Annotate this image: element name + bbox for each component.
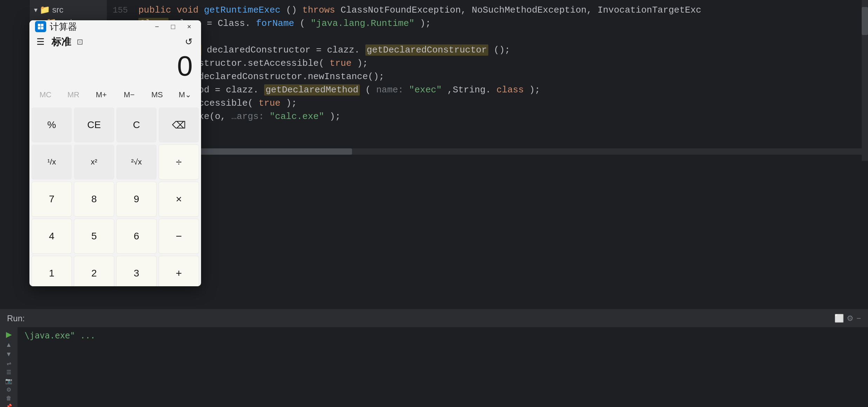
token: name:	[376, 85, 409, 95]
code-line-162: 162 method.invoke(o, …args: "calc.exe" )…	[107, 110, 868, 123]
run-scroll-down-button[interactable]: ▼	[2, 351, 15, 358]
calc-2-button[interactable]: 2	[74, 256, 114, 286]
calc-header: ☰ 标准 ⊡ ↺	[29, 33, 201, 50]
calc-1-button[interactable]: 1	[32, 256, 72, 286]
calc-sqrt-button[interactable]: ²√x	[116, 145, 157, 180]
tree-item-src[interactable]: ▾ 📁 src	[30, 3, 107, 16]
scrollbar-vertical[interactable]	[862, 0, 868, 161]
token: true	[259, 98, 280, 108]
calc-3-button[interactable]: 3	[116, 256, 157, 286]
token: );	[286, 98, 297, 108]
calc-plus-button[interactable]: +	[159, 256, 199, 286]
token: );	[529, 85, 540, 95]
line-number-155: 155	[107, 4, 135, 17]
calc-minimize-button[interactable]: −	[151, 20, 163, 33]
calc-display-value: 0	[177, 50, 193, 82]
arrow-down-icon: ▾	[34, 6, 37, 14]
code-line-159: 159 Object o = declaredConstructor.newIn…	[107, 70, 868, 83]
folder-icon: 📁	[40, 5, 50, 15]
calc-display: 0	[29, 50, 201, 86]
calc-mode-label: 标准	[51, 35, 71, 49]
calc-7-button[interactable]: 7	[32, 182, 72, 217]
run-close-icon[interactable]: −	[856, 314, 861, 323]
token: getRuntimeExec	[204, 5, 280, 15]
scrollbar-horizontal[interactable]	[107, 148, 868, 155]
token: );	[357, 58, 368, 69]
run-header: Run: ⬜ ⚙ −	[0, 310, 868, 327]
calc-8-button[interactable]: 8	[74, 182, 114, 217]
scrollbar-v-thumb[interactable]	[862, 7, 868, 35]
calc-divide-button[interactable]: ÷	[159, 145, 199, 180]
run-wrap-button[interactable]: ⇌	[2, 360, 15, 367]
run-scroll-up-button[interactable]: ▲	[2, 341, 15, 349]
calc-maximize-button[interactable]: □	[167, 20, 179, 33]
token: "java.lang.Runtime"	[311, 18, 414, 29]
token: true	[330, 58, 351, 69]
calc-history-button[interactable]: ↺	[182, 35, 195, 49]
calc-ce-button[interactable]: CE	[74, 107, 114, 142]
calc-mode-secondary-icon: ⊡	[77, 37, 83, 47]
run-trash-button[interactable]: 🗑	[2, 395, 15, 401]
token: (	[300, 18, 305, 29]
code-line-161: 161 method.setAccessible( true );	[107, 97, 868, 110]
svg-rect-3	[38, 27, 40, 29]
code-line-156: 156 Class clazz = Class. forName ( "java…	[107, 17, 868, 30]
token: …args:	[231, 111, 269, 122]
token: ClassNotFoundException, NoSuchMethodExce…	[340, 5, 701, 15]
run-sidebar: ▶ ▲ ▼ ⇌ ☰ 📷 ⚙ 🗑 📌	[0, 327, 18, 407]
line-content-155: public void getRuntimeExec () throws Cla…	[135, 3, 701, 17]
run-settings-btn[interactable]: ⚙	[2, 386, 15, 393]
token: ();	[494, 45, 510, 55]
run-filter-button[interactable]: ☰	[2, 369, 15, 376]
token: class	[496, 85, 524, 95]
run-camera-button[interactable]: 📷	[2, 378, 15, 384]
calc-mr-button[interactable]: MR	[60, 86, 88, 104]
calculator-icon-svg	[37, 23, 44, 30]
calc-percent-button[interactable]: %	[32, 107, 72, 142]
calc-reciprocal-button[interactable]: ¹/x	[32, 145, 72, 180]
hamburger-menu-button[interactable]: ☰	[35, 35, 46, 49]
token: (	[365, 85, 376, 95]
calc-close-button[interactable]: ×	[183, 20, 195, 33]
token: void	[177, 5, 204, 15]
calculator-window: 计算器 − □ × ☰ 标准 ⊡ ↺ 0 MC MR M+ M− MS M⌄ %…	[29, 20, 201, 286]
run-expand-icon[interactable]: ⬜	[834, 314, 844, 323]
run-output-text: \java.exe" ...	[25, 331, 95, 341]
calc-mdown-button[interactable]: M⌄	[171, 86, 199, 104]
calc-minus-button[interactable]: −	[159, 219, 199, 254]
calc-square-button[interactable]: x²	[74, 145, 114, 180]
calc-4-button[interactable]: 4	[32, 219, 72, 254]
code-line-155: 155 public void getRuntimeExec () throws…	[107, 3, 868, 17]
calc-multiply-button[interactable]: ×	[159, 182, 199, 217]
scrollbar-thumb[interactable]	[177, 148, 352, 155]
calc-c-button[interactable]: C	[116, 107, 157, 142]
code-line-158: 158 declaredConstructor.setAccessible( t…	[107, 57, 868, 70]
calc-9-button[interactable]: 9	[116, 182, 157, 217]
calc-5-button[interactable]: 5	[74, 219, 114, 254]
code-line-157: 157 Constructor declaredConstructor = cl…	[107, 43, 868, 57]
code-editor: 155 public void getRuntimeExec () throws…	[107, 0, 868, 161]
run-pin-button[interactable]: 📌	[2, 404, 15, 407]
token: "calc.exe"	[269, 111, 324, 122]
run-output: \java.exe" ...	[18, 327, 102, 407]
token: );	[330, 111, 340, 122]
token: getDeclaredConstructor	[365, 44, 488, 56]
run-play-button[interactable]: ▶	[2, 330, 15, 339]
calc-buttons-grid: % CE C ⌫ ¹/x x² ²√x ÷ 7 8 9 × 4 5 6 − 1 …	[29, 106, 201, 286]
code-line-160: 160 Method method = clazz. getDeclaredMe…	[107, 83, 868, 97]
run-settings-icon[interactable]: ⚙	[847, 314, 854, 323]
calc-backspace-button[interactable]: ⌫	[159, 107, 199, 142]
token: ()	[286, 5, 302, 15]
token: ,String.	[447, 85, 491, 95]
svg-rect-1	[38, 24, 40, 26]
run-label: Run:	[7, 314, 25, 323]
token: "exec"	[409, 85, 442, 95]
run-panel: Run: ⬜ ⚙ − ▶ ▲ ▼ ⇌ ☰ 📷 ⚙ 🗑 📌 \java.exe" …	[0, 309, 868, 407]
calc-ms-button[interactable]: MS	[143, 86, 171, 104]
calc-mminus-button[interactable]: M−	[115, 86, 143, 104]
svg-rect-4	[41, 27, 43, 29]
calc-mc-button[interactable]: MC	[32, 86, 60, 104]
token: forName	[256, 18, 294, 29]
calc-mplus-button[interactable]: M+	[87, 86, 115, 104]
calc-6-button[interactable]: 6	[116, 219, 157, 254]
